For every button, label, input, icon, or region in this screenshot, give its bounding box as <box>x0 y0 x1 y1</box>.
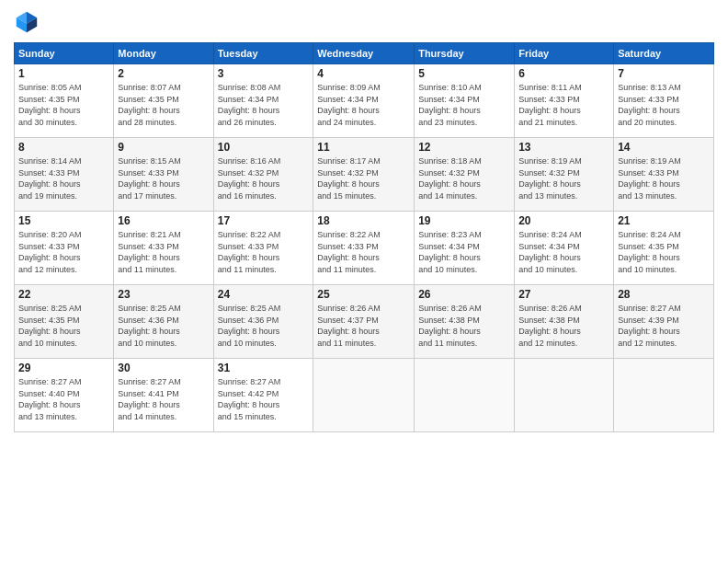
calendar-cell: 5Sunrise: 8:10 AM Sunset: 4:34 PM Daylig… <box>415 64 515 138</box>
calendar-cell: 30Sunrise: 8:27 AM Sunset: 4:41 PM Dayli… <box>114 359 213 432</box>
calendar-cell: 4Sunrise: 8:09 AM Sunset: 4:34 PM Daylig… <box>313 64 415 138</box>
calendar-cell: 28Sunrise: 8:27 AM Sunset: 4:39 PM Dayli… <box>614 285 714 359</box>
day-info: Sunrise: 8:20 AM Sunset: 4:33 PM Dayligh… <box>18 229 109 275</box>
calendar-week-row: 29Sunrise: 8:27 AM Sunset: 4:40 PM Dayli… <box>15 359 714 432</box>
calendar-cell: 19Sunrise: 8:23 AM Sunset: 4:34 PM Dayli… <box>415 212 515 285</box>
day-info: Sunrise: 8:13 AM Sunset: 4:33 PM Dayligh… <box>618 82 710 128</box>
calendar-cell: 24Sunrise: 8:25 AM Sunset: 4:36 PM Dayli… <box>213 285 313 359</box>
day-number: 6 <box>518 67 609 80</box>
header <box>14 9 714 35</box>
day-info: Sunrise: 8:14 AM Sunset: 4:33 PM Dayligh… <box>18 155 109 201</box>
day-number: 19 <box>418 214 510 227</box>
day-info: Sunrise: 8:15 AM Sunset: 4:33 PM Dayligh… <box>118 155 209 201</box>
day-info: Sunrise: 8:21 AM Sunset: 4:33 PM Dayligh… <box>118 229 209 275</box>
day-info: Sunrise: 8:10 AM Sunset: 4:34 PM Dayligh… <box>418 82 510 128</box>
calendar-cell: 23Sunrise: 8:25 AM Sunset: 4:36 PM Dayli… <box>114 285 213 359</box>
calendar-cell: 3Sunrise: 8:08 AM Sunset: 4:34 PM Daylig… <box>213 64 313 138</box>
calendar-cell: 20Sunrise: 8:24 AM Sunset: 4:34 PM Dayli… <box>515 212 614 285</box>
day-info: Sunrise: 8:27 AM Sunset: 4:41 PM Dayligh… <box>118 376 209 422</box>
day-number: 31 <box>218 362 310 374</box>
calendar-cell: 8Sunrise: 8:14 AM Sunset: 4:33 PM Daylig… <box>15 138 114 212</box>
calendar-week-row: 22Sunrise: 8:25 AM Sunset: 4:35 PM Dayli… <box>15 285 714 359</box>
day-info: Sunrise: 8:27 AM Sunset: 4:39 PM Dayligh… <box>618 303 710 349</box>
calendar-cell <box>515 359 614 432</box>
day-info: Sunrise: 8:19 AM Sunset: 4:32 PM Dayligh… <box>518 155 609 201</box>
calendar-cell: 10Sunrise: 8:16 AM Sunset: 4:32 PM Dayli… <box>213 138 313 212</box>
calendar-cell: 18Sunrise: 8:22 AM Sunset: 4:33 PM Dayli… <box>313 212 415 285</box>
calendar-cell: 17Sunrise: 8:22 AM Sunset: 4:33 PM Dayli… <box>213 212 313 285</box>
calendar-cell: 1Sunrise: 8:05 AM Sunset: 4:35 PM Daylig… <box>15 64 114 138</box>
calendar-week-row: 15Sunrise: 8:20 AM Sunset: 4:33 PM Dayli… <box>15 212 714 285</box>
calendar-cell: 16Sunrise: 8:21 AM Sunset: 4:33 PM Dayli… <box>114 212 213 285</box>
calendar-cell: 29Sunrise: 8:27 AM Sunset: 4:40 PM Dayli… <box>15 359 114 432</box>
day-info: Sunrise: 8:16 AM Sunset: 4:32 PM Dayligh… <box>218 155 310 201</box>
calendar-cell: 9Sunrise: 8:15 AM Sunset: 4:33 PM Daylig… <box>114 138 213 212</box>
day-number: 21 <box>618 214 710 227</box>
day-info: Sunrise: 8:27 AM Sunset: 4:40 PM Dayligh… <box>18 376 109 422</box>
calendar-cell: 31Sunrise: 8:27 AM Sunset: 4:42 PM Dayli… <box>213 359 313 432</box>
day-number: 16 <box>118 214 209 227</box>
day-info: Sunrise: 8:25 AM Sunset: 4:36 PM Dayligh… <box>218 303 310 349</box>
calendar-cell: 27Sunrise: 8:26 AM Sunset: 4:38 PM Dayli… <box>515 285 614 359</box>
day-number: 8 <box>18 141 109 154</box>
calendar: SundayMondayTuesdayWednesdayThursdayFrid… <box>14 42 714 432</box>
calendar-week-row: 1Sunrise: 8:05 AM Sunset: 4:35 PM Daylig… <box>15 64 714 138</box>
day-number: 5 <box>418 67 510 80</box>
calendar-cell: 11Sunrise: 8:17 AM Sunset: 4:32 PM Dayli… <box>313 138 415 212</box>
day-info: Sunrise: 8:11 AM Sunset: 4:33 PM Dayligh… <box>518 82 609 128</box>
day-info: Sunrise: 8:25 AM Sunset: 4:35 PM Dayligh… <box>18 303 109 349</box>
day-number: 4 <box>317 67 410 80</box>
calendar-cell <box>614 359 714 432</box>
calendar-cell: 2Sunrise: 8:07 AM Sunset: 4:35 PM Daylig… <box>114 64 213 138</box>
day-number: 18 <box>317 214 410 227</box>
calendar-header-row: SundayMondayTuesdayWednesdayThursdayFrid… <box>15 43 714 64</box>
calendar-cell: 21Sunrise: 8:24 AM Sunset: 4:35 PM Dayli… <box>614 212 714 285</box>
calendar-day-header: Tuesday <box>213 43 313 64</box>
calendar-week-row: 8Sunrise: 8:14 AM Sunset: 4:33 PM Daylig… <box>15 138 714 212</box>
calendar-cell: 14Sunrise: 8:19 AM Sunset: 4:33 PM Dayli… <box>614 138 714 212</box>
day-number: 22 <box>18 288 109 301</box>
calendar-cell: 12Sunrise: 8:18 AM Sunset: 4:32 PM Dayli… <box>415 138 515 212</box>
calendar-cell: 6Sunrise: 8:11 AM Sunset: 4:33 PM Daylig… <box>515 64 614 138</box>
calendar-day-header: Thursday <box>415 43 515 64</box>
day-info: Sunrise: 8:27 AM Sunset: 4:42 PM Dayligh… <box>218 376 310 422</box>
day-info: Sunrise: 8:23 AM Sunset: 4:34 PM Dayligh… <box>418 229 510 275</box>
day-number: 1 <box>18 67 109 80</box>
calendar-day-header: Friday <box>515 43 614 64</box>
day-info: Sunrise: 8:25 AM Sunset: 4:36 PM Dayligh… <box>118 303 209 349</box>
day-number: 24 <box>218 288 310 301</box>
day-number: 28 <box>618 288 710 301</box>
calendar-cell: 22Sunrise: 8:25 AM Sunset: 4:35 PM Dayli… <box>15 285 114 359</box>
calendar-cell: 13Sunrise: 8:19 AM Sunset: 4:32 PM Dayli… <box>515 138 614 212</box>
day-number: 3 <box>218 67 310 80</box>
day-number: 26 <box>418 288 510 301</box>
logo <box>14 9 43 35</box>
calendar-day-header: Monday <box>114 43 213 64</box>
calendar-cell: 15Sunrise: 8:20 AM Sunset: 4:33 PM Dayli… <box>15 212 114 285</box>
day-number: 11 <box>317 141 410 154</box>
calendar-cell: 7Sunrise: 8:13 AM Sunset: 4:33 PM Daylig… <box>614 64 714 138</box>
day-number: 29 <box>18 362 109 374</box>
day-info: Sunrise: 8:22 AM Sunset: 4:33 PM Dayligh… <box>317 229 410 275</box>
day-number: 10 <box>218 141 310 154</box>
calendar-day-header: Wednesday <box>313 43 415 64</box>
day-info: Sunrise: 8:26 AM Sunset: 4:38 PM Dayligh… <box>418 303 510 349</box>
calendar-cell: 25Sunrise: 8:26 AM Sunset: 4:37 PM Dayli… <box>313 285 415 359</box>
day-number: 15 <box>18 214 109 227</box>
day-info: Sunrise: 8:24 AM Sunset: 4:34 PM Dayligh… <box>518 229 609 275</box>
day-number: 2 <box>118 67 209 80</box>
day-info: Sunrise: 8:26 AM Sunset: 4:38 PM Dayligh… <box>518 303 609 349</box>
day-info: Sunrise: 8:08 AM Sunset: 4:34 PM Dayligh… <box>218 82 310 128</box>
day-info: Sunrise: 8:26 AM Sunset: 4:37 PM Dayligh… <box>317 303 410 349</box>
day-number: 20 <box>518 214 609 227</box>
day-number: 9 <box>118 141 209 154</box>
day-info: Sunrise: 8:19 AM Sunset: 4:33 PM Dayligh… <box>618 155 710 201</box>
day-info: Sunrise: 8:07 AM Sunset: 4:35 PM Dayligh… <box>118 82 209 128</box>
day-number: 17 <box>218 214 310 227</box>
day-number: 14 <box>618 141 710 154</box>
day-number: 7 <box>618 67 710 80</box>
day-number: 12 <box>418 141 510 154</box>
day-info: Sunrise: 8:22 AM Sunset: 4:33 PM Dayligh… <box>218 229 310 275</box>
day-info: Sunrise: 8:17 AM Sunset: 4:32 PM Dayligh… <box>317 155 410 201</box>
logo-icon <box>14 9 40 35</box>
